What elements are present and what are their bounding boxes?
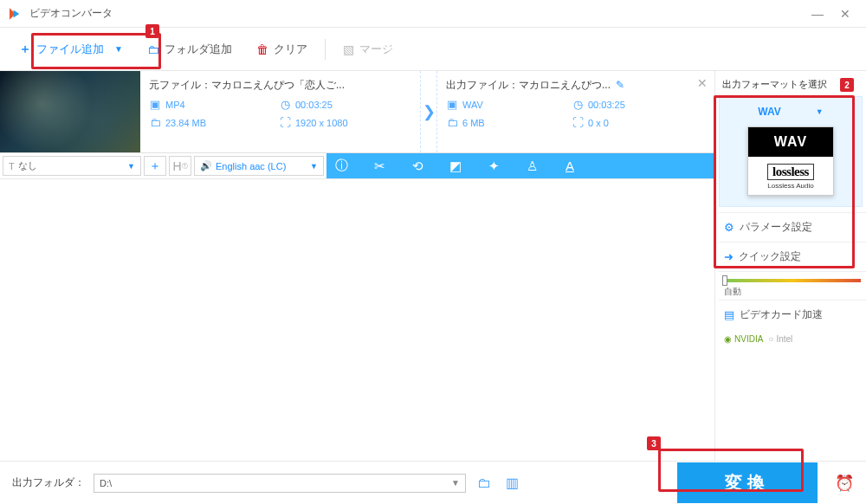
- format-icon: ▣: [149, 98, 161, 111]
- format-card-brand: lossless: [767, 164, 814, 180]
- audio-track-value: English aac (LC): [216, 161, 307, 171]
- source-resolution: 1920 x 1080: [295, 118, 348, 128]
- separator: [325, 39, 326, 60]
- edit-bar: T なし ▼ ＋ HⓉ 🔊 English aac (LC) ▼ ⓘ ✂ ⟲ ◩…: [0, 153, 714, 179]
- toolbar: ＋ ファイル追加 ▼ 🗀 フォルダ追加 🗑 クリア ▧ マージ: [0, 28, 866, 71]
- slider-knob[interactable]: [722, 275, 727, 286]
- convert-arrow-icon: ❯: [420, 71, 437, 152]
- subtitle-value: なし: [18, 159, 124, 172]
- close-button[interactable]: ✕: [831, 7, 859, 21]
- remove-file-button[interactable]: ✕: [697, 76, 708, 90]
- info-icon[interactable]: ⓘ: [333, 158, 349, 174]
- slider-label: 自動: [724, 286, 861, 298]
- gpu-vendors: ◉NVIDIA ○Intel: [719, 329, 866, 349]
- titlebar: ビデオコンバータ — ✕: [0, 0, 866, 28]
- alarm-icon[interactable]: ⏰: [835, 474, 854, 493]
- app-logo-icon: [7, 6, 23, 22]
- add-folder-label: フォルダ追加: [165, 42, 232, 57]
- output-filename: マカロニえんぴつ...: [519, 79, 611, 91]
- badge-2: 2: [840, 78, 854, 92]
- cut-icon[interactable]: ✂: [372, 158, 387, 174]
- output-label-prefix: 出力ファイル：: [446, 79, 519, 91]
- nvidia-icon: ◉: [724, 334, 732, 344]
- merge-label: マージ: [359, 42, 393, 57]
- content-area: 元ファイル：マカロニえんぴつ「恋人ご... ▣MP4 ◷00:03:25 🗀23…: [0, 71, 714, 461]
- add-file-label: ファイル追加: [36, 42, 104, 57]
- chevron-down-icon: ▼: [816, 107, 824, 116]
- resolution-icon: ⛶: [572, 116, 584, 129]
- format-dropdown[interactable]: WAV ▼: [725, 106, 856, 118]
- add-subtitle-button[interactable]: ＋: [144, 156, 166, 176]
- format-icon: ▣: [446, 98, 458, 111]
- output-folder-dropdown[interactable]: D:\ ▼: [94, 474, 466, 493]
- convert-button[interactable]: 変換: [677, 462, 818, 503]
- audio-track-dropdown[interactable]: 🔊 English aac (LC) ▼: [194, 156, 324, 176]
- open-folder-button[interactable]: 🗀: [475, 475, 494, 491]
- format-card[interactable]: WAV lossless Lossless Audio: [747, 126, 834, 196]
- format-card-title: WAV: [748, 127, 833, 157]
- effects-icon[interactable]: ✦: [486, 158, 501, 174]
- folder-icon: 🗀: [446, 116, 458, 129]
- sidebar: 出力フォーマットを選択 WAV ▼ WAV lossless Lossless …: [714, 71, 866, 461]
- badge-1: 1: [145, 24, 159, 38]
- output-size: 6 MB: [462, 118, 485, 128]
- subtitle-edit-icon[interactable]: A: [562, 158, 578, 173]
- clear-button[interactable]: 🗑 クリア: [244, 36, 320, 62]
- plus-icon: ＋: [19, 42, 31, 57]
- trash-icon: 🗑: [256, 42, 268, 56]
- edit-filename-button[interactable]: ✎: [616, 79, 624, 91]
- clear-label: クリア: [274, 42, 307, 57]
- nvidia-label: NVIDIA: [734, 334, 763, 344]
- nvidia-chip: ◉NVIDIA: [724, 334, 763, 344]
- chip-icon: ▤: [724, 308, 734, 321]
- chevron-down-icon: ▼: [114, 44, 123, 54]
- intel-icon: ○: [768, 334, 773, 344]
- resolution-icon: ⛶: [279, 116, 291, 129]
- format-selector: WAV ▼ WAV lossless Lossless Audio: [719, 96, 863, 207]
- gpu-accel-button[interactable]: ▤ ビデオカード加速: [719, 300, 866, 329]
- folder-icon: 🗀: [149, 116, 161, 129]
- action-strip: ⓘ ✂ ⟲ ◩ ✦ ♙ A: [326, 153, 714, 178]
- browse-button[interactable]: ▥: [502, 475, 521, 491]
- subtitle-dropdown[interactable]: T なし ▼: [3, 156, 141, 176]
- parameter-settings-label: パラメータ設定: [740, 220, 812, 235]
- subtitle-h-button[interactable]: HⓉ: [169, 156, 191, 176]
- clock-icon: ◷: [279, 98, 291, 111]
- merge-button[interactable]: ▧ マージ: [331, 36, 405, 62]
- video-thumbnail[interactable]: [0, 71, 140, 152]
- source-duration: 00:03:25: [295, 100, 333, 110]
- output-format: WAV: [462, 100, 483, 110]
- parameter-settings-button[interactable]: ⚙ パラメータ設定: [719, 212, 866, 242]
- source-size: 23.84 MB: [165, 118, 206, 128]
- add-folder-button[interactable]: 🗀 フォルダ追加: [135, 36, 244, 62]
- quick-settings-label: クイック設定: [739, 249, 801, 264]
- rotate-icon[interactable]: ⟲: [410, 158, 425, 174]
- bottom-bar: 出力フォルダ： D:\ ▼ 🗀 ▥ 変換 ⏰: [0, 461, 866, 504]
- minimize-button[interactable]: —: [804, 7, 831, 21]
- clock-icon: ◷: [572, 98, 584, 111]
- output-info: 出力ファイル：マカロニえんぴつ...✎ ▣WAV ◷00:03:25 🗀6 MB…: [437, 71, 697, 152]
- badge-3: 3: [647, 436, 661, 450]
- source-label-prefix: 元ファイル：: [149, 79, 211, 91]
- crop-icon[interactable]: ◩: [448, 158, 463, 174]
- output-duration: 00:03:25: [588, 100, 625, 110]
- folder-plus-icon: 🗀: [147, 42, 159, 56]
- format-name: WAV: [758, 106, 780, 118]
- chevron-down-icon: ▼: [310, 162, 318, 171]
- chevron-down-icon: ▼: [451, 478, 460, 488]
- quality-slider[interactable]: 自動: [719, 271, 866, 300]
- output-folder-path: D:\: [100, 478, 112, 488]
- output-folder-label: 出力フォルダ：: [12, 475, 85, 490]
- subtitle-t-icon: T: [9, 161, 15, 171]
- watermark-icon[interactable]: ♙: [524, 158, 540, 174]
- intel-chip: ○Intel: [768, 334, 792, 344]
- format-card-sub: Lossless Audio: [752, 182, 830, 190]
- add-file-button[interactable]: ＋ ファイル追加 ▼: [7, 36, 135, 62]
- source-info: 元ファイル：マカロニえんぴつ「恋人ご... ▣MP4 ◷00:03:25 🗀23…: [140, 71, 420, 152]
- chevron-down-icon: ▼: [127, 162, 135, 171]
- speaker-icon: 🔊: [200, 160, 212, 171]
- source-filename: マカロニえんぴつ「恋人ご...: [211, 79, 345, 91]
- quick-settings-button[interactable]: ➜ クイック設定: [719, 242, 866, 271]
- intel-label: Intel: [776, 334, 792, 344]
- gpu-accel-label: ビデオカード加速: [740, 307, 823, 322]
